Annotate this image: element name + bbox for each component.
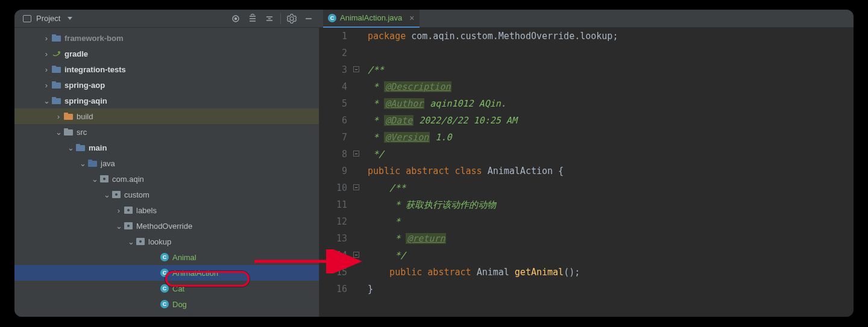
tree-row[interactable]: › C Cat (14, 281, 319, 296)
module-icon (52, 66, 61, 73)
svg-rect-17 (64, 114, 73, 120)
tree-row[interactable]: ⌄ com.aqin (14, 171, 319, 187)
svg-point-30 (127, 209, 130, 211)
tree-row[interactable]: ⌄ java (14, 155, 319, 171)
tree-row[interactable]: ⌄ custom (14, 187, 319, 202)
tree-label: spring-aop (64, 81, 105, 90)
svg-rect-10 (52, 34, 56, 36)
settings-button[interactable] (286, 13, 298, 25)
java-class-icon: C (160, 284, 169, 293)
svg-rect-23 (88, 161, 97, 167)
svg-point-32 (127, 225, 130, 227)
source-root-icon (88, 160, 97, 167)
tree-row[interactable]: ⌄ main (14, 140, 319, 155)
tree-row[interactable]: › labels (14, 202, 319, 218)
tree-row[interactable]: › gradle (14, 46, 319, 61)
editor-tab-animalaction[interactable]: C AnimalAction.java × (323, 10, 420, 28)
tree-label: Dog (172, 300, 187, 309)
tree-label: custom (124, 190, 149, 199)
module-icon (52, 34, 61, 42)
source-folder-icon (76, 144, 85, 151)
tree-row[interactable]: ⌄ spring-aqin (14, 93, 319, 108)
tree-row-selected[interactable]: › C AnimalAction (14, 265, 319, 281)
top-toolbar: Project C A (14, 10, 854, 28)
tree-label: integration-tests (64, 65, 126, 74)
svg-rect-13 (52, 83, 61, 89)
tree-label: Cat (172, 284, 184, 293)
svg-rect-20 (64, 128, 68, 130)
svg-point-26 (103, 178, 105, 180)
tree-label: com.aqin (112, 175, 144, 184)
svg-point-28 (115, 193, 118, 196)
svg-rect-15 (52, 98, 61, 104)
package-icon (100, 175, 108, 183)
close-tab-button[interactable]: × (409, 13, 414, 23)
svg-rect-12 (52, 66, 56, 67)
svg-rect-14 (52, 81, 56, 83)
module-icon (52, 97, 61, 104)
gradle-icon (52, 50, 61, 57)
svg-point-1 (234, 17, 236, 19)
select-opened-file-button[interactable] (230, 13, 242, 25)
tree-label: Animal (172, 253, 197, 262)
svg-rect-19 (64, 129, 73, 135)
folder-excluded-icon (64, 113, 73, 120)
expand-all-button[interactable] (247, 13, 259, 25)
tree-label: AnimalAction (172, 269, 218, 278)
tree-label: lookup (148, 237, 171, 246)
collapse-all-button[interactable] (263, 13, 275, 25)
project-tool-icon (23, 15, 31, 22)
editor-tab-label: AnimalAction.java (340, 13, 402, 22)
folder-icon (64, 128, 73, 135)
svg-rect-18 (64, 113, 68, 114)
hide-panel-button[interactable] (303, 13, 315, 25)
tree-row-build[interactable]: › build (14, 108, 319, 124)
code-editor[interactable]: 1234 5678 9101112 13141516 package com.a… (319, 28, 854, 317)
tree-row[interactable]: › framework-bom (14, 30, 319, 46)
tree-row[interactable]: ⌄ MethodOverride (14, 218, 319, 234)
tree-label: labels (136, 206, 157, 215)
tree-row[interactable]: › C Animal (14, 249, 319, 265)
package-icon (124, 222, 133, 230)
java-class-icon: C (160, 253, 169, 261)
tree-label: src (77, 128, 87, 137)
code-area[interactable]: package com.aqin.custom.MethodOverride.l… (364, 28, 854, 317)
chevron-down-icon[interactable] (68, 17, 72, 20)
package-icon (124, 206, 133, 214)
tree-label: main (89, 143, 107, 152)
java-class-icon: C (160, 269, 169, 277)
svg-rect-21 (76, 145, 85, 151)
tree-label: java (101, 159, 115, 168)
svg-rect-24 (88, 160, 92, 161)
svg-point-34 (139, 240, 142, 243)
tree-row[interactable]: ⌄ lookup (14, 234, 319, 249)
tree-label: spring-aqin (64, 96, 107, 105)
tree-label: MethodOverride (136, 222, 192, 231)
package-icon (136, 237, 145, 246)
module-icon (52, 81, 61, 89)
tree-label: gradle (64, 49, 88, 58)
tree-label: framework-bom (64, 34, 124, 43)
java-class-icon: C (328, 14, 336, 22)
svg-rect-22 (76, 144, 80, 146)
tree-row[interactable]: › spring-aop (14, 77, 319, 93)
svg-rect-9 (52, 36, 61, 42)
svg-rect-11 (52, 67, 61, 73)
project-label[interactable]: Project (36, 14, 60, 23)
java-class-icon: C (160, 300, 169, 308)
package-icon (112, 190, 121, 199)
tree-row[interactable]: › integration-tests (14, 61, 319, 77)
svg-rect-16 (52, 97, 56, 99)
tree-row[interactable]: › C Dog (14, 296, 319, 312)
tree-row[interactable]: ⌄ src (14, 124, 319, 140)
editor-gutter: 1234 5678 9101112 13141516 (319, 28, 364, 317)
project-tree-panel: › framework-bom › gradle › integration-t… (14, 28, 319, 317)
tree-label: build (77, 112, 93, 121)
